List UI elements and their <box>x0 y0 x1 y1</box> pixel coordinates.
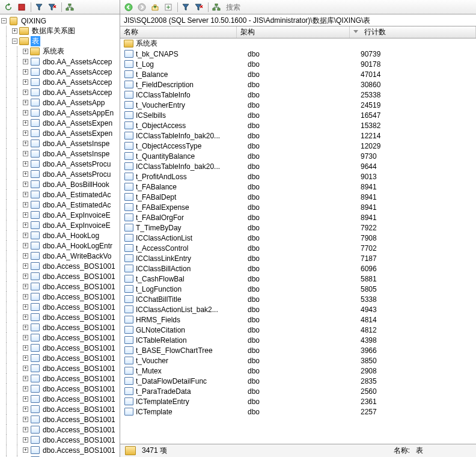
tree-item[interactable]: +dbo.AA_AssetsInspe <box>1 138 120 149</box>
tree-item[interactable]: +dbo.Access_BOS1001 <box>1 425 120 435</box>
tree-item[interactable]: +dbo.Access_BOS1001 <box>1 363 120 373</box>
expand-icon[interactable]: + <box>23 100 28 105</box>
expand-icon[interactable]: + <box>23 59 28 64</box>
expand-icon[interactable]: + <box>23 263 28 269</box>
expand-icon[interactable]: + <box>23 253 28 259</box>
table-row[interactable]: ICChatBillTitledbo5338 <box>120 294 476 304</box>
tree-item[interactable]: +dbo.AA_AssetsApp <box>1 97 120 108</box>
col-header-schema[interactable]: 架构 <box>237 26 350 38</box>
table-row[interactable]: t_FABalDeptdbo8941 <box>120 192 476 202</box>
tree-item[interactable]: +dbo.AA_AssetsExpen <box>1 118 120 128</box>
expand-icon[interactable]: + <box>23 386 28 391</box>
tree-item[interactable]: +数据库关系图 <box>1 26 120 36</box>
expand-icon[interactable]: + <box>23 417 28 422</box>
tree-item[interactable]: +dbo.Access_BOS1001 <box>1 373 120 384</box>
expand-icon[interactable]: + <box>23 233 28 238</box>
tree-item[interactable]: −QIXING <box>1 16 120 26</box>
table-row[interactable]: t_bk_CNAPSdbo90739 <box>120 49 476 59</box>
expand-icon[interactable]: + <box>12 28 17 34</box>
table-row[interactable]: t_FABalancedbo8941 <box>120 182 476 192</box>
grid-body[interactable]: 系统表t_bk_CNAPSdbo90739t_Logdbo90178t_Bala… <box>120 38 476 444</box>
tree-item[interactable]: +dbo.Access_BOS1001 <box>1 353 120 363</box>
expand-icon[interactable]: + <box>23 427 28 432</box>
refresh-button[interactable] <box>2 1 14 13</box>
table-row[interactable]: HRMS_Fieldsdbo4814 <box>120 314 476 325</box>
stop-button[interactable] <box>16 1 28 13</box>
table-row[interactable]: ICClassLinkEntrydbo7187 <box>120 253 476 263</box>
table-row[interactable]: GLNoteCitationdbo4812 <box>120 325 476 335</box>
tree-item[interactable]: +dbo.AA_AssetsInspe <box>1 149 120 159</box>
tree-item[interactable]: +dbo.AA_ExpInvoiceE <box>1 210 120 220</box>
tree-item[interactable]: +dbo.Access_BOS1001 <box>1 394 120 404</box>
table-row[interactable]: t_Voucherdbo3850 <box>120 355 476 366</box>
expand-icon[interactable]: + <box>23 325 28 330</box>
table-row[interactable]: T_TimeByDaydbo7922 <box>120 222 476 233</box>
expand-icon[interactable]: + <box>23 406 28 412</box>
table-row[interactable]: ICTableRelationdbo4398 <box>120 335 476 345</box>
table-row[interactable]: t_QuantityBalancedbo9730 <box>120 151 476 161</box>
tree-item[interactable]: +dbo.Access_BOS1001 <box>1 384 120 394</box>
tree-item[interactable]: +dbo.AA_BosBillHook <box>1 179 120 189</box>
tree-item[interactable]: +dbo.Access_BOS1001 <box>1 302 120 312</box>
expand-icon[interactable]: + <box>23 151 28 156</box>
expand-icon[interactable]: + <box>23 171 28 177</box>
collapse-icon[interactable]: − <box>1 18 7 23</box>
tree-item[interactable]: +dbo.AA_AssetsProcu <box>1 169 120 179</box>
expand-icon[interactable]: + <box>23 366 28 371</box>
forward-button[interactable] <box>136 1 148 13</box>
object-explorer-tree[interactable]: −QIXING+数据库关系图−表+系统表+dbo.AA_AssetsAccep+… <box>0 14 120 457</box>
tree-item[interactable]: +dbo.Access_BOS1001 <box>1 435 120 445</box>
table-row[interactable]: t_LogFunctiondbo5805 <box>120 284 476 294</box>
expand-icon[interactable]: + <box>23 120 28 126</box>
table-row[interactable]: ICClassTableInfo_bak20...dbo12214 <box>120 130 476 141</box>
col-header-name[interactable]: 名称 <box>120 26 237 38</box>
back-button[interactable] <box>123 1 135 13</box>
table-row[interactable]: t_FieldDescriptiondbo30860 <box>120 79 476 90</box>
expand-icon[interactable]: + <box>23 447 28 453</box>
sync-button[interactable] <box>162 1 174 13</box>
expand-icon[interactable]: + <box>23 345 28 351</box>
table-row[interactable]: t_VoucherEntrydbo24519 <box>120 100 476 110</box>
tree-item[interactable]: +dbo.AA_AssetsAccep <box>1 77 120 87</box>
expand-icon[interactable]: + <box>23 202 28 207</box>
tree-item[interactable]: +dbo.AA_HookLog <box>1 230 120 241</box>
expand-icon[interactable]: + <box>23 396 28 402</box>
tree-item[interactable]: +dbo.AA_AssetsAppEn <box>1 108 120 118</box>
tree-item[interactable]: +dbo.Access_BOS1001 <box>1 271 120 281</box>
tree-item[interactable]: +dbo.Access_BOS1001 <box>1 414 120 425</box>
table-row[interactable]: t_ProfitAndLossdbo9013 <box>120 171 476 182</box>
tree-item[interactable]: +dbo.Access_BOS1001 <box>1 404 120 414</box>
expand-icon[interactable]: + <box>23 294 28 299</box>
table-row[interactable]: t_FABalOrgFordbo8941 <box>120 212 476 222</box>
up-button[interactable] <box>149 1 161 13</box>
tree-item[interactable]: +dbo.AA_AssetsAccep <box>1 67 120 77</box>
tree-item[interactable]: +dbo.AA_ExpInvoiceE <box>1 220 120 230</box>
expand-icon[interactable]: + <box>23 130 28 136</box>
tree-item[interactable]: +dbo.Access_BOS1001 <box>1 261 120 271</box>
table-row[interactable]: t_Mutexdbo2908 <box>120 366 476 376</box>
tree-item[interactable]: +dbo.Access_BOS1001 <box>1 322 120 333</box>
tree-item[interactable]: +dbo.Access_BOS1001 <box>1 333 120 343</box>
filter-button[interactable] <box>33 1 45 13</box>
collapse-icon[interactable]: − <box>12 38 17 44</box>
tree-item[interactable]: +dbo.Access_BOS1001 <box>1 281 120 292</box>
tree-item[interactable]: +dbo.Access_BOS1001 <box>1 292 120 302</box>
tree-item[interactable]: +dbo.Access_BOS1001 <box>1 312 120 322</box>
expand-icon[interactable]: + <box>23 243 28 248</box>
expand-icon[interactable]: + <box>23 110 28 115</box>
expand-icon[interactable]: + <box>23 192 28 197</box>
expand-icon[interactable]: + <box>23 284 28 289</box>
clear-filter-button[interactable] <box>193 1 205 13</box>
filter-button[interactable] <box>180 1 192 13</box>
table-row[interactable]: ICTemplateEntrydbo2361 <box>120 396 476 406</box>
table-row[interactable]: ICClassActionList_bak2...dbo4943 <box>120 304 476 314</box>
grid-folder-row[interactable]: 系统表 <box>120 38 476 49</box>
tree-item[interactable]: +dbo.AA_AssetsExpen <box>1 128 120 138</box>
expand-icon[interactable]: + <box>23 69 28 75</box>
table-row[interactable]: t_ObjectAccessTypedbo12029 <box>120 141 476 151</box>
expand-icon[interactable]: + <box>23 212 28 218</box>
table-row[interactable]: ICClassTableInfodbo25338 <box>120 90 476 100</box>
table-row[interactable]: t_Balancedbo47014 <box>120 69 476 79</box>
table-row[interactable]: ICClassTableInfo_bak20...dbo9644 <box>120 161 476 171</box>
expand-icon[interactable]: + <box>23 141 28 146</box>
